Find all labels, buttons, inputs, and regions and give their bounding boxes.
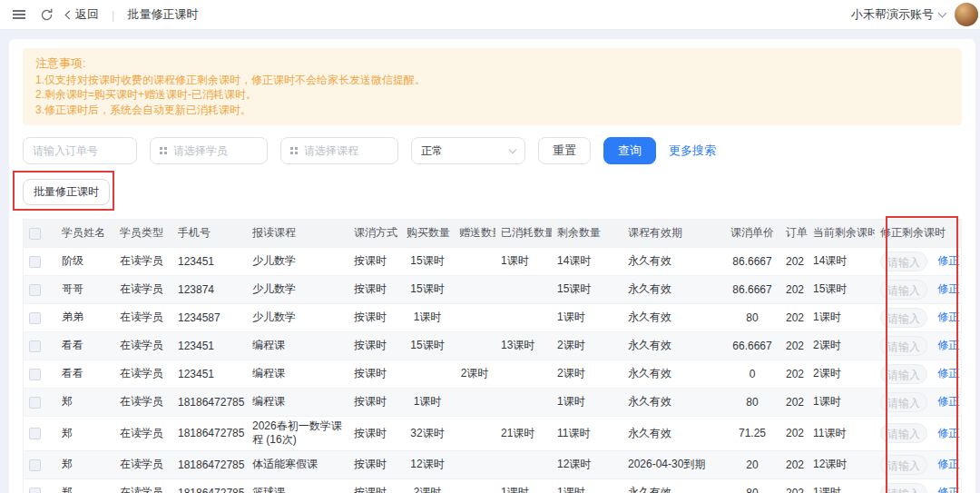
cell-current-remaining: 12课时: [808, 450, 875, 478]
correct-hours-input[interactable]: 请输入: [880, 280, 927, 300]
row-checkbox[interactable]: [29, 397, 41, 409]
cell-student-type: 在读学员: [114, 388, 172, 416]
correct-link[interactable]: 修正: [937, 367, 959, 380]
cell-phone: 123451: [172, 331, 247, 360]
correct-hours-input[interactable]: 请输入: [880, 308, 927, 328]
cell-current-remaining: 14课时: [808, 247, 875, 275]
cell-correct-remaining: 请输入 修正: [875, 275, 962, 303]
correct-hours-input[interactable]: 请输入: [880, 364, 927, 384]
cell-method: 按课时: [348, 331, 401, 360]
cell-student-type: 在读学员: [114, 275, 172, 303]
cell-consumed: 1课时: [495, 247, 552, 275]
row-checkbox-cell: [24, 303, 56, 331]
cell-phone: 18186472785: [172, 416, 247, 450]
cell-gift: [454, 247, 495, 275]
table-row: 郑 在读学员 18186472785 2026春初一数学课程 (16次) 按课时…: [24, 416, 962, 450]
header-order-clipped: 订单: [780, 220, 808, 247]
chevron-down-icon: [938, 9, 947, 18]
cell-order-clipped: 202: [780, 331, 808, 360]
row-checkbox[interactable]: [29, 459, 41, 471]
header-student-type: 学员类型: [114, 220, 172, 247]
correct-link[interactable]: 修正: [937, 458, 959, 470]
cell-consumed: [495, 450, 552, 478]
reset-button[interactable]: 重置: [538, 137, 591, 164]
row-checkbox[interactable]: [29, 488, 41, 493]
cell-course: 2026春初一数学课程 (16次): [247, 416, 348, 450]
table-row: 郑 在读学员 18186472785 编程课 按课时 1课时 1课时 永久有效 …: [24, 388, 962, 416]
correct-hours-input[interactable]: 请输入: [880, 336, 927, 356]
cell-consumed: 21课时: [495, 416, 552, 450]
cell-student-name: 阶级: [56, 247, 114, 275]
row-checkbox-cell: [24, 360, 56, 388]
cell-order-clipped: 202: [780, 416, 808, 450]
cell-order-clipped: 202: [780, 247, 808, 275]
status-select[interactable]: 正常: [411, 137, 525, 164]
cell-course: 编程课: [247, 388, 348, 416]
cell-student-name: 看看: [56, 360, 114, 388]
row-checkbox-cell: [24, 450, 56, 478]
row-checkbox[interactable]: [29, 340, 41, 352]
cell-bought: 15课时: [401, 247, 454, 275]
row-checkbox-cell: [24, 331, 56, 360]
cell-order-clipped: 202: [780, 303, 808, 331]
course-select[interactable]: 请选择课程: [280, 137, 398, 164]
student-select[interactable]: 请选择学员: [150, 137, 268, 164]
cell-consumed: [495, 275, 552, 303]
correct-hours-input[interactable]: 请输入: [880, 483, 927, 493]
more-search-link[interactable]: 更多搜索: [669, 143, 716, 159]
header-phone: 手机号: [172, 220, 247, 247]
cell-gift: 2课时: [454, 360, 495, 388]
cell-unit-price: 0: [724, 360, 780, 388]
row-checkbox[interactable]: [29, 369, 41, 380]
cell-order-clipped: 202: [780, 450, 808, 478]
row-checkbox[interactable]: [29, 312, 41, 324]
correct-link[interactable]: 修正: [937, 282, 959, 295]
correct-link[interactable]: 修正: [937, 339, 959, 351]
title-divider: |: [112, 8, 114, 22]
correct-hours-input[interactable]: 请输入: [880, 251, 927, 271]
cell-current-remaining: 1课时: [808, 478, 875, 493]
row-checkbox[interactable]: [29, 256, 41, 268]
correct-link[interactable]: 修正: [937, 395, 959, 408]
back-button[interactable]: 返回: [66, 6, 99, 23]
cell-correct-remaining: 请输入 修正: [875, 478, 962, 493]
cell-bought: 32课时: [401, 416, 454, 450]
row-checkbox[interactable]: [29, 284, 41, 296]
order-number-input[interactable]: [33, 144, 127, 157]
menu-icon[interactable]: [13, 14, 25, 15]
grid-icon: [160, 147, 162, 150]
header-checkbox-cell: [24, 220, 56, 247]
avatar[interactable]: [955, 3, 978, 26]
cell-remaining: 1课时: [552, 303, 622, 331]
cell-consumed: [495, 360, 552, 388]
correct-hours-input[interactable]: 请输入: [880, 423, 927, 443]
cell-student-name: 郑: [56, 450, 114, 478]
cell-course: 体适能寒假课: [247, 450, 348, 478]
students-table: 学员姓名 学员类型 手机号 报读课程 课消方式 购买数量 赠送数量 已消耗数量 …: [24, 220, 962, 493]
select-all-checkbox[interactable]: [29, 228, 41, 240]
notice-card: 注意事项: 1.仅支持对按课时收费的课程修正剩余课时，修正课时不会给家长发送微信…: [23, 48, 962, 125]
row-checkbox[interactable]: [29, 428, 41, 439]
row-checkbox-cell: [24, 247, 56, 275]
cell-method: 按课时: [348, 388, 401, 416]
batch-correct-button[interactable]: 批量修正课时: [23, 179, 110, 205]
cell-student-name: 哥哥: [56, 275, 114, 303]
batch-action-row: 批量修正课时: [23, 179, 962, 206]
refresh-icon[interactable]: [40, 8, 54, 22]
notice-line-3: 3.修正课时后，系统会自动更新已消耗课时。: [35, 103, 949, 118]
account-menu[interactable]: 小禾帮演示账号: [851, 6, 946, 23]
navbar-right: 小禾帮演示账号: [851, 3, 969, 26]
cell-student-type: 在读学员: [114, 303, 172, 331]
correct-hours-input[interactable]: 请输入: [880, 455, 927, 475]
cell-gift: [454, 303, 495, 331]
correct-link[interactable]: 修正: [937, 486, 959, 493]
cell-order-clipped: 202: [780, 478, 808, 493]
search-button[interactable]: 查询: [603, 137, 656, 164]
cell-course: 少儿数学: [247, 275, 348, 303]
correct-link[interactable]: 修正: [937, 427, 959, 439]
correct-hours-input[interactable]: 请输入: [880, 392, 927, 412]
correct-link[interactable]: 修正: [937, 254, 959, 267]
cell-current-remaining: 2课时: [808, 360, 875, 388]
correct-link[interactable]: 修正: [937, 311, 959, 323]
table-body: 阶级 在读学员 123451 少儿数学 按课时 15课时 1课时 14课时 永久…: [24, 247, 962, 493]
